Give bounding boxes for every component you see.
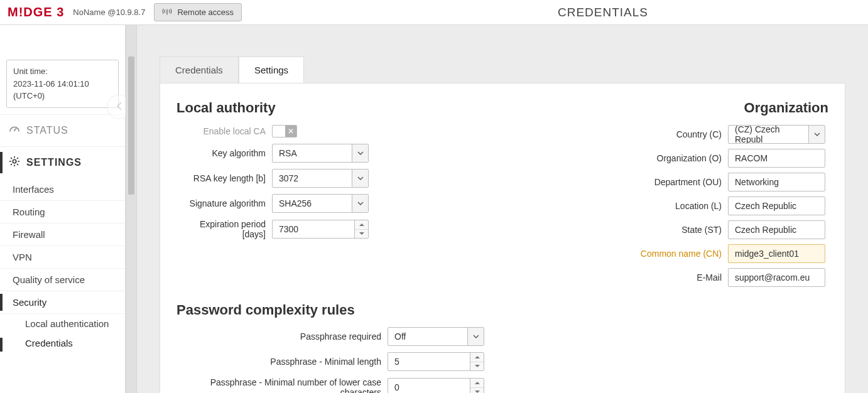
email-input[interactable] bbox=[728, 268, 825, 287]
triangle-down-icon[interactable] bbox=[470, 362, 484, 371]
country-value: (CZ) Czech Republ bbox=[729, 126, 808, 143]
sidebar-sub-local-auth[interactable]: Local authentication bbox=[0, 314, 125, 333]
sidebar-sub-credentials[interactable]: Credentials bbox=[0, 333, 125, 353]
host-label: NoName @10.9.8.7 bbox=[73, 8, 145, 17]
main: Credentials Settings Local authority Ena… bbox=[137, 25, 868, 393]
rsa-length-label: RSA key length [b] bbox=[176, 173, 272, 183]
nav-settings-label: SETTINGS bbox=[26, 157, 82, 168]
expiration-value: 7300 bbox=[273, 220, 354, 238]
pass-minlower-input[interactable]: 0 bbox=[388, 378, 484, 393]
close-icon: ✕ bbox=[285, 126, 296, 137]
gear-icon bbox=[9, 156, 20, 170]
tab-credentials[interactable]: Credentials bbox=[160, 57, 239, 83]
pass-required-select[interactable]: Off bbox=[388, 327, 484, 346]
pass-minlower-label: Passphrase - Minimal number of lower cas… bbox=[176, 377, 388, 393]
country-label: Country (C) bbox=[640, 129, 728, 139]
org-input[interactable] bbox=[728, 149, 825, 168]
sidebar-item-routing[interactable]: Routing bbox=[0, 201, 125, 223]
sidebar-item-firewall[interactable]: Firewall bbox=[0, 223, 125, 246]
key-algorithm-value: RSA bbox=[273, 144, 352, 162]
tab-settings[interactable]: Settings bbox=[239, 57, 304, 83]
scrollbar-thumb[interactable] bbox=[128, 57, 134, 195]
org-label: Organization (O) bbox=[640, 153, 728, 163]
spinner-icon[interactable] bbox=[470, 379, 484, 393]
nav-status-label: STATUS bbox=[26, 125, 68, 136]
spinner-icon[interactable] bbox=[470, 353, 484, 370]
sidebar-item-qos[interactable]: Quality of service bbox=[0, 269, 125, 291]
sig-algorithm-label: Signature algorithm bbox=[176, 198, 272, 208]
unit-time-tz: (UTC+0) bbox=[13, 90, 112, 102]
triangle-up-icon[interactable] bbox=[355, 220, 368, 230]
spinner-icon[interactable] bbox=[354, 220, 368, 238]
enable-local-ca-toggle[interactable]: ✕ bbox=[272, 125, 297, 137]
triangle-down-icon[interactable] bbox=[470, 388, 484, 394]
sidebar-item-security[interactable]: Security bbox=[0, 291, 125, 314]
sidebar-item-vpn[interactable]: VPN bbox=[0, 246, 125, 269]
nav-settings[interactable]: SETTINGS bbox=[0, 147, 125, 178]
cn-input[interactable] bbox=[728, 244, 825, 263]
key-algorithm-label: Key algorithm bbox=[176, 148, 272, 158]
triangle-down-icon[interactable] bbox=[355, 230, 368, 239]
unit-time-box: Unit time: 2023-11-06 14:01:10 (UTC+0) bbox=[6, 60, 119, 108]
product-logo: M!DGE 3 bbox=[8, 5, 64, 19]
settings-panel: Local authority Enable local CA ✕ Key al… bbox=[160, 83, 845, 393]
tabs: Credentials Settings bbox=[160, 57, 845, 83]
sig-algorithm-value: SHA256 bbox=[273, 195, 352, 212]
rsa-length-value: 3072 bbox=[273, 170, 352, 187]
country-select[interactable]: (CZ) Czech Republ bbox=[728, 125, 825, 144]
unit-time-label: Unit time: bbox=[13, 65, 112, 78]
chevron-down-icon[interactable] bbox=[808, 126, 825, 143]
pass-minlen-label: Passphrase - Minimal length bbox=[176, 357, 388, 367]
triangle-up-icon[interactable] bbox=[470, 353, 484, 362]
state-input[interactable] bbox=[728, 220, 825, 239]
sidebar-item-interfaces[interactable]: Interfaces bbox=[0, 178, 125, 201]
local-authority-heading: Local authority bbox=[176, 100, 503, 116]
loc-input[interactable] bbox=[728, 196, 825, 215]
remote-access-button[interactable]: Remote access bbox=[154, 3, 242, 21]
topbar: M!DGE 3 NoName @10.9.8.7 Remote access C… bbox=[0, 0, 868, 25]
chevron-down-icon[interactable] bbox=[467, 328, 484, 345]
sidebar: Unit time: 2023-11-06 14:01:10 (UTC+0) S… bbox=[0, 25, 126, 393]
key-algorithm-select[interactable]: RSA bbox=[272, 144, 369, 163]
enable-local-ca-label: Enable local CA bbox=[176, 126, 272, 136]
chevron-down-icon[interactable] bbox=[352, 144, 368, 162]
unit-time-value: 2023-11-06 14:01:10 bbox=[13, 78, 112, 90]
page-title: CREDENTIALS bbox=[539, 0, 667, 25]
dept-input[interactable] bbox=[728, 173, 825, 191]
state-label: State (ST) bbox=[640, 225, 728, 235]
chevron-left-icon bbox=[115, 102, 124, 112]
organization-heading: Organization bbox=[640, 100, 828, 116]
nav-status[interactable]: STATUS bbox=[0, 115, 125, 146]
pass-required-value: Off bbox=[388, 328, 467, 345]
sidebar-scrollbar[interactable] bbox=[126, 25, 137, 393]
antenna-icon bbox=[162, 7, 172, 18]
gauge-icon bbox=[9, 124, 20, 137]
pass-required-label: Passphrase required bbox=[176, 331, 388, 342]
rsa-length-select[interactable]: 3072 bbox=[272, 169, 369, 188]
chevron-down-icon[interactable] bbox=[352, 195, 368, 212]
dept-label: Department (OU) bbox=[640, 177, 728, 187]
pass-minlower-value: 0 bbox=[388, 379, 470, 393]
remote-access-label: Remote access bbox=[177, 8, 234, 17]
expiration-label: Expiration period [days] bbox=[176, 219, 272, 239]
chevron-down-icon[interactable] bbox=[352, 170, 368, 187]
triangle-up-icon[interactable] bbox=[470, 379, 484, 388]
loc-label: Location (L) bbox=[640, 201, 728, 211]
expiration-input[interactable]: 7300 bbox=[272, 220, 369, 239]
sig-algorithm-select[interactable]: SHA256 bbox=[272, 194, 369, 213]
password-rules-heading: Password complexity rules bbox=[176, 302, 503, 318]
email-label: E-Mail bbox=[640, 272, 728, 283]
pass-minlen-value: 5 bbox=[388, 353, 470, 370]
pass-minlen-input[interactable]: 5 bbox=[388, 352, 484, 371]
cn-label: Common name (CN) bbox=[640, 249, 728, 259]
